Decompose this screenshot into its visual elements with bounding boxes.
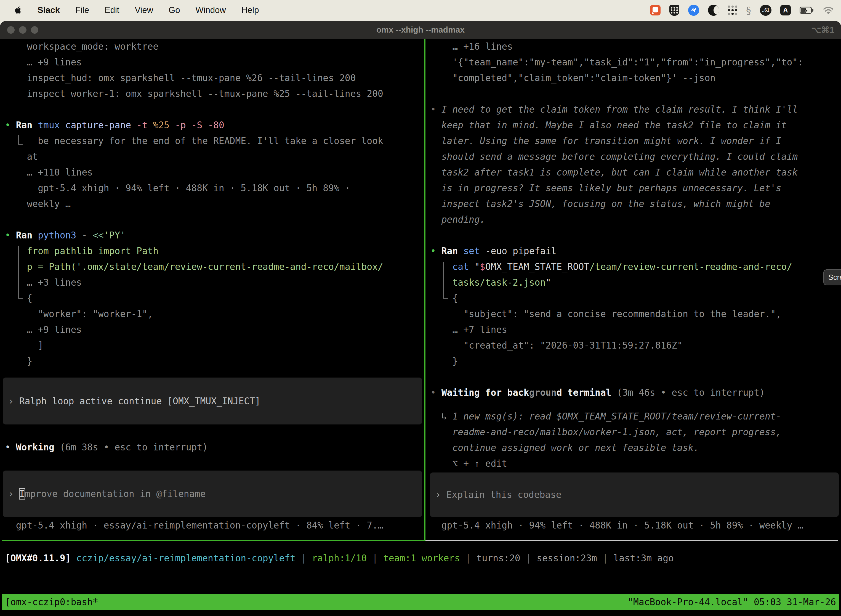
prompt-icon: › [8, 396, 19, 406]
terminal-row: … +3 lines [0, 274, 424, 290]
pane-left[interactable]: workspace_mode: worktree … +9 lines insp… [0, 39, 424, 541]
text-segment: should send a message before completing … [431, 151, 798, 162]
terminal-row: from pathlib import Path [0, 243, 424, 259]
pane-right[interactable]: … +16 lines '{"team_name":"my-team","tas… [425, 39, 841, 541]
text-cursor: I [19, 488, 25, 499]
text-segment: cczip/essay/ai-reimplementation-copyleft [76, 553, 296, 563]
text-segment: ralph:1/10 [312, 553, 367, 563]
terminal-row: … +9 lines [0, 322, 424, 337]
loop-input-box[interactable]: › Ralph loop active continue [OMX_TMUX_I… [3, 378, 422, 424]
blue-badge-icon[interactable] [688, 5, 699, 16]
text-segment: later. Using the same for transition mig… [431, 135, 781, 146]
text-segment: "subject": "send a concise recommendatio… [431, 308, 781, 319]
terminal-row: • Working (6m 38s • esc to interrupt) [0, 439, 424, 455]
terminal-row: • Ran tmux capture-pane -t %25 -p -S -80 [0, 117, 424, 133]
text-segment: last:3m ago [613, 553, 674, 563]
text-segment: • [5, 120, 16, 131]
terminal-row: keep that in mind. Maybe I also need the… [425, 117, 841, 133]
text-segment: d terminal [557, 387, 611, 398]
menu-item-go[interactable]: Go [168, 5, 180, 15]
terminal-row: is in progress? It seems likely but perh… [425, 180, 841, 196]
output-connector [18, 246, 23, 299]
terminal-row: "worker": "worker-1", [0, 306, 424, 322]
terminal-row [0, 212, 424, 227]
window-title: omx --xhigh --madmax [0, 25, 841, 35]
text-segment: gpt-5.4 xhigh · 94% left · 488K in · 5.1… [5, 183, 350, 194]
menu-item-window[interactable]: Window [195, 5, 226, 15]
text-segment: } [5, 356, 32, 367]
mailbox-notice: ↳ 1 new msg(s): read $OMX_TEAM_STATE_ROO… [425, 408, 841, 471]
dots-grid-icon[interactable] [728, 6, 737, 15]
text-segment: ↳ [431, 411, 452, 422]
terminal-row: … +16 lines [425, 39, 841, 54]
text-segment: gpt-5.4 xhigh · essay/ai-reimplementatio… [5, 520, 383, 531]
menu-item-view[interactable]: View [135, 5, 153, 15]
terminal-row: • Waiting for background terminal (3m 46… [425, 385, 841, 400]
percent-badge-icon[interactable]: ..61 [760, 5, 771, 16]
terminal-row: • I need to get the claim token from the… [425, 101, 841, 117]
keyboard-a-icon[interactable]: A [780, 5, 791, 15]
text-segment: inspect_worker-1: omx sparkshell --tmux-… [5, 88, 383, 99]
text-segment: gpt-5.4 xhigh · 94% left · 488K in · 5.1… [431, 520, 803, 531]
terminal-row: workspace_mode: worktree [0, 39, 424, 54]
terminal-row: inspect_hud: omx sparkshell --tmux-pane … [0, 70, 424, 86]
menu-item-help[interactable]: Help [242, 5, 259, 15]
terminal-row: pending. [425, 212, 841, 227]
text-segment: … +9 lines [5, 324, 82, 335]
terminal-row: ⌥ + ↑ edit [425, 456, 841, 471]
terminal-row [0, 101, 424, 117]
loop-input-text: Ralph loop active continue [OMX_TMUX_INJ… [19, 396, 261, 406]
terminal-row: … +110 lines [0, 164, 424, 180]
text-segment: p = Path('.omx/state/team/review-current… [5, 261, 383, 272]
battery-charging-icon[interactable] [800, 7, 814, 14]
window-titlebar[interactable]: omx --xhigh --madmax ⌥⌘1 [0, 21, 841, 39]
text-segment: | [460, 553, 476, 563]
terminal-row: • Ran python3 - <<'PY' [0, 227, 424, 243]
chat-app-icon[interactable] [650, 5, 661, 15]
text-segment: "completed","claim_token":"claim-token"}… [431, 73, 715, 84]
text-segment: Ran [441, 246, 463, 257]
terminal-row: task2 after task1 is complete, but can I… [425, 164, 841, 180]
text-segment: groun [529, 387, 557, 398]
text-segment: • [5, 230, 16, 241]
text-segment: $ [480, 261, 485, 272]
text-segment: workspace_mode: worktree [5, 41, 158, 52]
terminal-row [425, 369, 841, 385]
prompt-icon: › [435, 489, 447, 500]
text-segment: keep that in mind. Maybe I also need the… [431, 120, 787, 131]
shield-icon[interactable] [670, 5, 679, 16]
crescent-icon[interactable] [708, 5, 719, 16]
terminal-row: { [0, 290, 424, 306]
text-segment: } [431, 356, 458, 367]
terminal-row [425, 227, 841, 243]
wifi-icon[interactable] [823, 6, 834, 14]
composer-input-box[interactable]: › Explain this codebase [430, 472, 839, 517]
terminal-row: gpt-5.4 xhigh · essay/ai-reimplementatio… [0, 518, 424, 533]
menu-status-icons: § ..61 A [650, 5, 841, 16]
text-segment: pending. [431, 214, 485, 225]
apple-icon[interactable] [15, 6, 22, 15]
text-segment: session:23m [537, 553, 597, 563]
composer-placeholder: Explain this codebase [447, 489, 561, 500]
text-segment: (3m 46s • esc to interrupt) [611, 387, 765, 398]
text-segment: set [463, 246, 480, 257]
terminal-row: … +9 lines [0, 54, 424, 70]
menu-item-edit[interactable]: Edit [105, 5, 119, 15]
terminal-row: … +7 lines [425, 322, 841, 337]
terminal-row: [OMX#0.11.9] cczip/essay/ai-reimplementa… [0, 550, 841, 566]
text-segment: be necessary for the end of the README. … [5, 135, 383, 146]
terminal-window: omx --xhigh --madmax ⌥⌘1 workspace_mode:… [0, 21, 841, 616]
text-segment: … +3 lines [5, 277, 82, 288]
composer-placeholder: mprove documentation in @filename [25, 488, 206, 499]
terminal-row: should send a message before completing … [425, 149, 841, 164]
terminal-row: ] [0, 337, 424, 353]
text-segment: ] [5, 340, 43, 351]
text-segment: " [545, 277, 551, 288]
text-segment: -p -S -80 [169, 120, 224, 131]
menu-app-name[interactable]: Slack [38, 5, 60, 15]
squiggle-icon[interactable]: § [746, 5, 751, 16]
text-segment: cat [431, 261, 474, 272]
left-session-status: gpt-5.4 xhigh · essay/ai-reimplementatio… [0, 518, 424, 533]
composer-input-box[interactable]: › Improve documentation in @filename [3, 471, 422, 517]
menu-item-file[interactable]: File [75, 5, 89, 15]
